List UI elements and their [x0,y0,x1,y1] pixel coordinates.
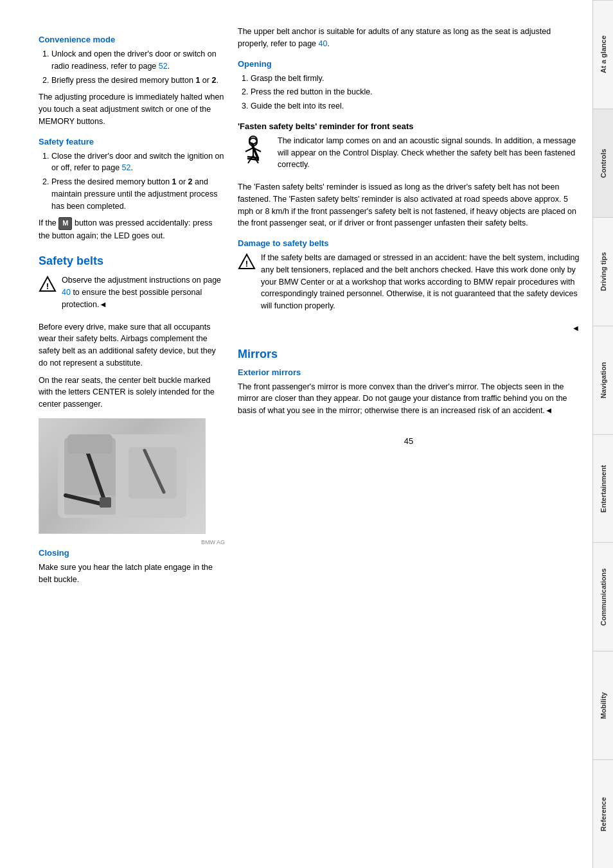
damage-heading: Damage to safety belts [238,238,580,248]
closing-section: Closing Make sure you hear the latch pla… [39,548,225,586]
sidebar-item-controls[interactable]: Controls [593,109,613,217]
convenience-mode-heading: Convenience mode [39,35,225,44]
opening-step-3: Guide the belt into its reel. [251,100,580,112]
safety-belts-warning-text: Observe the adjustment instructions on p… [62,274,225,310]
safety-belts-para2: On the rear seats, the center belt buckl… [39,375,225,411]
safety-feature-step-1: Close the driver's door and switch the i… [51,150,225,175]
svg-text:!: ! [245,259,248,269]
closing-heading: Closing [39,548,225,558]
safety-feature-note: If the M button was pressed accidentally… [39,217,225,242]
convenience-step-1: Unlock and open the driver's door or swi… [51,48,225,73]
svg-text:!: ! [46,281,49,291]
page-container: Convenience mode Unlock and open the dri… [0,0,613,868]
sidebar-item-reference[interactable]: Reference [593,759,613,868]
sidebar-item-driving-tips[interactable]: Driving tips [593,217,613,326]
sidebar-item-mobility[interactable]: Mobility [593,651,613,759]
left-column: Convenience mode Unlock and open the dri… [39,26,225,842]
mirrors-section: Mirrors Exterior mirrors The front passe… [238,348,580,417]
sidebar-item-at-a-glance[interactable]: At a glance [593,0,613,109]
safety-feature-heading: Safety feature [39,137,225,146]
convenience-step-2: Briefly press the desired memory button … [51,75,225,87]
right-column: The upper belt anchor is suitable for ad… [238,26,580,842]
memory-button-m: M [58,217,72,229]
fasten-heading: 'Fasten safety belts' reminder for front… [238,121,580,131]
safety-feature-step-2: Press the desired memory button 1 or 2 a… [51,176,225,212]
seatbelt-image [39,418,206,534]
convenience-note: The adjusting procedure is immediately h… [39,91,225,127]
mirrors-heading: Mirrors [238,348,580,361]
safety-feature-list: Close the driver's door and switch the i… [51,150,225,213]
sidebar-item-communications[interactable]: Communications [593,542,613,651]
seatbelt-image-inner [39,419,205,533]
page-number-value: 45 [404,436,413,446]
fasten-para2: The 'Fasten safety belts' reminder is is… [238,181,580,229]
closing-text: Make sure you hear the latch plate engag… [39,562,225,586]
exterior-mirrors-heading: Exterior mirrors [238,368,580,377]
damage-section: Damage to safety belts ! If the safety b… [238,238,580,335]
link-page52[interactable]: 52 [159,62,168,71]
safety-belts-heading: Safety belts [39,254,225,268]
main-content: Convenience mode Unlock and open the dri… [0,0,592,868]
convenience-steps-list: Unlock and open the driver's door or swi… [51,48,225,86]
fasten-icon-box: The indicator lamp comes on and an acous… [238,135,580,176]
svg-rect-9 [129,447,177,499]
sidebar-item-entertainment[interactable]: Entertainment [593,434,613,543]
svg-rect-7 [100,497,111,508]
svg-line-13 [245,148,253,152]
opening-section: Opening Grasp the belt firmly. Press the… [238,59,580,112]
opening-steps-list: Grasp the belt firmly. Press the red but… [251,73,580,112]
damage-end-mark: ◄ [238,323,580,335]
sidebar-item-navigation[interactable]: Navigation [593,326,613,434]
damage-warning-box: ! If the safety belts are damaged or str… [238,252,580,317]
svg-rect-8 [67,434,112,454]
belt-upper-text: The upper belt anchor is suitable for ad… [238,26,580,50]
link-page40-warn[interactable]: 40 [62,288,71,297]
warning-triangle-icon: ! [39,274,57,296]
damage-warning-triangle-icon: ! [238,252,256,273]
fasten-section: 'Fasten safety belts' reminder for front… [238,121,580,229]
image-caption: BMW AG [39,539,225,545]
page-number: 45 [238,436,580,446]
exterior-mirrors-text: The front passenger's mirror is more con… [238,381,580,417]
safety-feature-section: Safety feature Close the driver's door a… [39,137,225,242]
opening-step-2: Press the red button in the buckle. [251,86,580,98]
link-page40-upper[interactable]: 40 [319,39,328,48]
sidebar: At a glance Controls Driving tips Naviga… [592,0,613,868]
fasten-para1: The indicator lamp comes on and an acous… [278,135,580,171]
safety-belts-warning-box: ! Observe the adjustment instructions on… [39,274,225,315]
link-page52-safety[interactable]: 52 [122,163,131,172]
safety-belts-para1: Before every drive, make sure that all o… [39,321,225,369]
opening-step-1: Grasp the belt firmly. [251,73,580,85]
convenience-mode-section: Convenience mode Unlock and open the dri… [39,35,225,128]
safety-belts-section: Safety belts ! Observe the adjustment in… [39,254,225,585]
opening-heading: Opening [238,59,580,69]
damage-warning-text: If the safety belts are damaged or stres… [261,252,580,312]
fasten-seatbelt-icon [238,135,270,173]
